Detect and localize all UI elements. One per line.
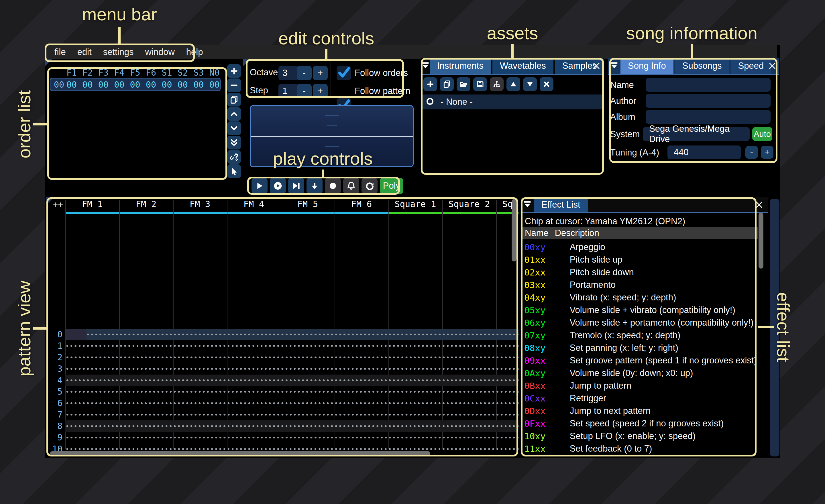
channel-header-fm-6[interactable]: FM 6 [334,199,388,209]
poly-button[interactable]: Poly [380,178,403,194]
order-chevron-down-button[interactable] [227,121,241,135]
channel-header-square-2[interactable]: Square 2 [442,199,496,209]
effect-row-11xx[interactable]: 11xxSet feedback (0 to 7) [521,442,758,455]
effect-row-01xx[interactable]: 01xxPitch slide up [521,253,758,266]
step-input[interactable]: 1 [279,84,298,98]
effect-row-04xy[interactable]: 04xyVibrato (x: speed; y: depth) [521,291,758,304]
order-double-chevron-down-button[interactable] [227,136,241,150]
order-cell[interactable]: 00 [79,80,96,90]
author-field[interactable] [646,94,770,108]
assets-triangle-down-button[interactable] [523,77,537,91]
octave-minus-button[interactable]: - [297,66,312,80]
order-copy-button[interactable] [227,93,241,106]
collapse-icon[interactable] [521,197,534,212]
pattern-vertical-scrollbar[interactable] [512,199,517,261]
tab-instruments[interactable]: Instruments [430,58,491,74]
effect-row-00xy[interactable]: 00xyArpeggio [521,241,758,253]
effect-row-0Cxx[interactable]: 0CxxRetrigger [521,392,758,405]
tab-subsongs[interactable]: Subsongs [675,58,729,74]
tab-wavetables[interactable]: Wavetables [493,58,553,74]
order-row[interactable]: 0000000000000000000000 [45,77,225,91]
pattern-cursor-cell[interactable] [66,329,86,340]
play-circle-button[interactable] [270,178,286,194]
pattern-corner-button[interactable]: ++ [53,199,63,209]
order-cell[interactable]: 00 [127,80,144,90]
order-cell[interactable]: 00 [206,80,223,90]
assets-folder-open-button[interactable] [457,77,470,91]
effect-row-0Axy[interactable]: 0AxyVolume slide (0y: down; x0: up) [521,367,758,380]
menu-item-settings[interactable]: settings [103,47,134,57]
step-minus-button[interactable]: - [297,84,312,98]
auto-button[interactable]: Auto [752,127,772,141]
effect-row-05xy[interactable]: 05xyVolume slide + vibrato (compatibilit… [521,304,758,317]
effect-row-10xy[interactable]: 10xySetup LFO (x: enable; y: speed) [521,430,758,442]
octave-input[interactable]: 3 [279,66,298,80]
pattern-row[interactable] [65,329,519,340]
play-to-cursor-button[interactable] [288,178,304,194]
assets-save-button[interactable] [473,77,487,91]
order-cell[interactable]: 00 [142,80,160,90]
assets-plus-button[interactable] [424,77,437,91]
order-minus-button[interactable] [227,78,241,92]
effect-list-scrollbar[interactable] [759,213,763,269]
pattern-row[interactable] [65,409,519,420]
channel-header-fm-3[interactable]: FM 3 [173,199,227,209]
tuning-plus-button[interactable]: + [761,146,773,159]
effect-row-03xx[interactable]: 03xxPortamento [521,279,758,291]
effect-row-09xx[interactable]: 09xxSet groove pattern (speed 1 if no gr… [521,354,758,367]
effect-row-06xy[interactable]: 06xyVolume slide + portamento (compatibi… [521,317,758,329]
menu-item-window[interactable]: window [145,47,174,57]
assets-x-cross-button[interactable] [540,77,553,91]
close-icon[interactable] [768,61,777,72]
assets-sitemap-button[interactable] [490,77,504,91]
assets-triangle-up-button[interactable] [507,77,520,91]
order-cell[interactable]: 00 [63,80,80,90]
close-icon[interactable] [755,200,764,211]
collapse-icon[interactable] [421,58,430,74]
effect-row-0Bxx[interactable]: 0BxxJump to pattern [521,380,758,392]
tuning-minus-button[interactable]: - [745,146,758,159]
pattern-row[interactable] [65,340,519,352]
menu-item-help[interactable]: help [186,47,203,57]
channel-header-fm-5[interactable]: FM 5 [281,199,334,209]
order-cursor-button[interactable] [227,164,241,178]
order-unlink-button[interactable] [227,150,241,164]
collapse-icon[interactable] [608,58,620,74]
menu-item-file[interactable]: file [55,47,66,57]
system-field[interactable]: Sega Genesis/Mega Drive [643,127,750,141]
pattern-row[interactable] [65,374,519,386]
tab-effect-list[interactable]: Effect List [534,197,588,212]
record-button[interactable] [325,178,341,194]
tuning-field[interactable]: 440 [667,146,741,159]
order-cell[interactable]: 00 [190,80,207,90]
close-icon[interactable] [592,61,601,72]
pattern-row[interactable] [65,432,519,443]
bell-button[interactable] [343,178,359,194]
order-plus-button[interactable] [227,64,241,78]
pattern-row[interactable] [65,420,519,432]
tab-speed[interactable]: Speed [731,58,771,74]
effect-row-08xy[interactable]: 08xySet panning (x: left; y: right) [521,342,758,354]
order-cell[interactable]: 00 [158,80,175,90]
tab-song-info[interactable]: Song Info [620,58,673,74]
effect-row-0Fxx[interactable]: 0FxxSet speed (speed 2 if no grooves exi… [521,417,758,430]
asset-list-item-none[interactable]: - None - [422,94,603,109]
arrow-down-button[interactable] [306,178,322,194]
pattern-row[interactable] [65,352,519,363]
pattern-row[interactable] [65,386,519,398]
assets-copy-button[interactable] [440,77,454,91]
name-field[interactable] [646,78,770,92]
order-cell[interactable]: 00 [174,80,192,90]
pattern-row[interactable] [65,398,519,409]
channel-header-fm-2[interactable]: FM 2 [119,199,173,209]
effect-row-02xx[interactable]: 02xxPitch slide down [521,266,758,279]
order-chevron-up-button[interactable] [227,107,241,121]
channel-header-fm-4[interactable]: FM 4 [227,199,281,209]
repeat-button[interactable] [362,178,378,194]
order-cell[interactable]: 00 [110,80,128,90]
channel-header-square-1[interactable]: Square 1 [388,199,442,209]
effect-row-0Dxx[interactable]: 0DxxJump to next pattern [521,405,758,417]
follow-orders-checkbox[interactable] [336,66,351,80]
channel-header-fm-1[interactable]: FM 1 [65,199,119,209]
pattern-row[interactable] [65,363,519,374]
